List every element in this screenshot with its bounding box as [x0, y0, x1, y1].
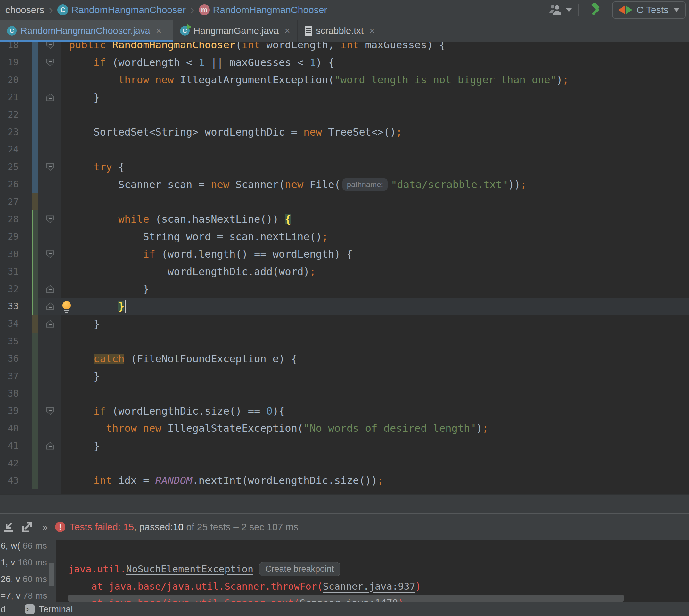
code-token: new — [303, 127, 328, 137]
tab-scrabble-txt[interactable]: scrabble.txt × — [297, 20, 382, 42]
line-number: 33 — [0, 298, 19, 315]
users-icon[interactable] — [549, 3, 563, 16]
code-line[interactable]: SortedSet<String> wordLengthDic = new Tr… — [93, 123, 402, 140]
close-icon[interactable]: × — [285, 26, 290, 36]
tool-window-header — [0, 494, 689, 514]
code-line[interactable]: } — [93, 437, 99, 455]
tab-randomhangmanchooser-java[interactable]: C RandomHangmanChooser.java × — [0, 20, 173, 42]
test-list-item[interactable]: 26, v 60 ms — [1, 574, 47, 584]
code-line[interactable]: while (scan.hasNextLine()) { — [118, 211, 291, 228]
breadcrumb-label: RandomHangmanChooser — [71, 4, 186, 15]
text-caret — [125, 300, 126, 313]
test-duration: 60 ms — [22, 574, 47, 584]
code-token: ) — [476, 423, 482, 434]
stack-trace-link[interactable]: Scanner.java:937 — [323, 581, 416, 592]
code-token: throw new — [106, 423, 168, 434]
code-line[interactable]: int idx = RANDOM.nextInt(wordLengthDic.s… — [93, 472, 383, 489]
code-line[interactable]: } — [93, 315, 99, 332]
line-number: 26 — [0, 176, 19, 193]
run-configuration-selector[interactable]: C Tests — [612, 1, 686, 19]
vcs-change-strip[interactable] — [32, 193, 38, 211]
chevron-right-icon: › — [0, 4, 1, 16]
code-line[interactable]: } — [118, 298, 126, 315]
code-line[interactable]: } — [143, 280, 149, 298]
bottom-status-bar: d >_ Terminal — [0, 601, 689, 616]
chevron-down-icon — [674, 8, 680, 12]
code-token: "data/scrabble.txt" — [391, 179, 508, 190]
intention-bulb-icon[interactable] — [61, 301, 72, 313]
fold-end-icon[interactable] — [46, 320, 54, 328]
test-status-row: » ! Tests failed: 15 , passed: 10 of 25 … — [0, 514, 689, 540]
stack-trace-link[interactable]: NoSuchElementException — [126, 564, 253, 575]
test-list-item[interactable]: =7, v 78 ms — [1, 591, 47, 601]
export-open-icon[interactable] — [21, 521, 33, 533]
build-hammer-icon[interactable] — [588, 3, 602, 17]
code-line[interactable]: if (wordLengthDic.size() == 0){ — [93, 402, 285, 420]
code-line[interactable]: String word = scan.nextLine(); — [143, 228, 328, 245]
vcs-change-strip[interactable] — [32, 211, 38, 315]
tab-hangmangame-java[interactable]: C HangmanGame.java × — [173, 20, 297, 42]
code-editor[interactable]: 18public RandomHangmanChooser(int wordLe… — [0, 42, 689, 494]
fold-end-icon[interactable] — [46, 442, 54, 450]
code-line[interactable]: if (wordLength < 1 || maxGuesses < 1) { — [93, 54, 334, 71]
fold-start-icon[interactable] — [46, 407, 54, 415]
line-number: 18 — [0, 42, 19, 54]
line-number: 29 — [0, 228, 19, 245]
code-token: new — [285, 179, 309, 190]
code-token: if — [93, 406, 112, 416]
code-line[interactable]: throw new IllegalStateException("No word… — [106, 420, 488, 437]
code-line[interactable]: } — [93, 368, 99, 385]
breadcrumb-item-class[interactable]: C RandomHangmanChooser — [57, 4, 186, 15]
tab-label: scrabble.txt — [316, 26, 363, 36]
tests-run-icon — [619, 5, 632, 15]
fold-end-icon[interactable] — [46, 302, 54, 310]
code-line[interactable]: public RandomHangmanChooser(int wordLeng… — [69, 42, 445, 53]
fold-start-icon[interactable] — [46, 215, 54, 223]
vcs-change-strip[interactable] — [32, 315, 38, 332]
vcs-change-strip[interactable] — [32, 332, 38, 489]
test-list-item[interactable]: 1, v 160 ms — [1, 557, 47, 568]
code-token: ) — [556, 75, 562, 85]
text-file-icon — [305, 26, 312, 36]
close-icon[interactable]: × — [156, 26, 162, 36]
code-token: } — [118, 301, 124, 311]
stack-trace-line: java.util.NoSuchElementExceptionCreate b… — [68, 560, 340, 577]
test-list-item[interactable]: 6, w( 66 ms — [1, 541, 47, 551]
line-number: 24 — [0, 141, 19, 158]
code-line[interactable]: try { — [93, 158, 124, 176]
breadcrumb-item-choosers[interactable]: choosers — [5, 4, 45, 15]
navigate-previous-icon[interactable] — [2, 521, 15, 533]
chevron-down-icon[interactable] — [566, 8, 572, 12]
tab-label: HangmanGame.java — [194, 26, 279, 36]
fold-end-icon[interactable] — [46, 285, 54, 293]
code-token: ; — [322, 232, 328, 242]
fold-start-icon[interactable] — [46, 163, 54, 171]
tab-label: RandomHangmanChooser.java — [21, 26, 150, 36]
breadcrumb-item-method[interactable]: m RandomHangmanChooser — [199, 4, 327, 15]
fold-start-icon[interactable] — [46, 250, 54, 258]
code-line[interactable]: wordLengthDic.add(word); — [168, 263, 315, 280]
vertical-scrollbar-thumb[interactable] — [49, 563, 54, 586]
create-breakpoint-hint[interactable]: Create breakpoint — [259, 562, 340, 576]
stack-trace-link[interactable]: Scanner.java:1478 — [299, 597, 398, 602]
fold-end-icon[interactable] — [46, 93, 54, 101]
line-number: 35 — [0, 332, 19, 350]
terminal-tab[interactable]: Terminal — [39, 604, 73, 614]
expand-chevrons-icon[interactable]: » — [42, 521, 48, 533]
close-icon[interactable]: × — [369, 26, 375, 36]
fold-start-icon[interactable] — [46, 59, 54, 66]
code-line[interactable]: throw new IllegalArgumentException("word… — [118, 71, 569, 88]
line-number: 40 — [0, 420, 19, 437]
breadcrumb-label: choosers — [5, 4, 45, 15]
code-token: idx = — [112, 476, 155, 486]
test-result-list[interactable]: 6, w( 66 ms1, v 160 ms26, v 60 ms=7, v 7… — [0, 540, 57, 601]
code-line[interactable]: if (word.length() == wordLength) { — [143, 245, 353, 263]
code-token: ( — [236, 42, 242, 50]
fold-start-icon[interactable] — [46, 42, 54, 49]
breadcrumb: › choosers › C RandomHangmanChooser › m … — [0, 0, 689, 20]
code-line[interactable]: catch (FileNotFoundException e) { — [93, 350, 297, 368]
code-line[interactable]: Scanner scan = new Scanner(new File(path… — [118, 176, 527, 193]
code-line[interactable]: } — [93, 89, 99, 106]
vcs-change-strip[interactable] — [32, 42, 38, 193]
test-output-console[interactable]: java.util.NoSuchElementExceptionCreate b… — [57, 540, 689, 601]
